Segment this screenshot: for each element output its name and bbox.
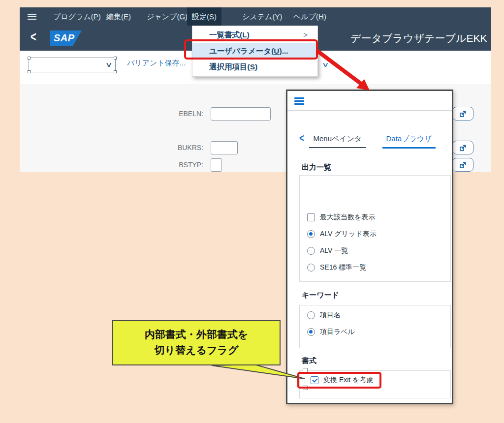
menubar-item-goto[interactable]: ジャンプ(G) [147,7,188,26]
menu-bar: プログラム(P) 編集(E) ジャンプ(G) 設定(S) システム(Y) ヘルプ… [20,7,491,26]
chevron-down-icon[interactable]: ∨ [105,60,112,68]
group-format: 変換 Exit を考慮 [299,370,451,398]
open-in-new-window-icon [459,161,467,169]
back-icon[interactable]: < [31,30,36,45]
radio-selected-icon [307,230,315,238]
chevron-down-icon[interactable]: ∨ [321,60,329,68]
focus-handle [28,70,31,73]
settings-dropdown-menu: 一覧書式(L) > ユーザパラメータ(U)... 選択用項目(S) [192,26,318,77]
checkbox-consider-conversion-exit[interactable]: 変換 Exit を考慮 [311,376,450,385]
menubar-item-settings[interactable]: 設定(S) [187,7,221,26]
field-label-ebeln: EBELN: [161,107,203,121]
focus-handle [114,70,117,73]
submenu-arrow-icon: > [303,27,308,43]
partial-checkbox-icon [303,386,308,390]
tab-data-browser[interactable]: Dataブラウザ [382,134,436,149]
bukrs-field[interactable] [211,141,238,154]
menu-item-list-format[interactable]: 一覧書式(L) > [192,27,317,43]
callout-text-line1: 内部書式・外部書式を [113,327,280,342]
group-keyword: 項目名 項目ラベル [299,305,451,348]
section-title-keyword: キーワード [302,291,339,300]
open-in-new-window-icon [459,110,467,118]
multiple-selection-button[interactable] [452,107,473,121]
menubar-item-help[interactable]: ヘルプ(H) [293,7,326,26]
multiple-selection-button[interactable] [452,141,473,154]
multiple-selection-button[interactable] [452,158,473,172]
callout-text-line2: 切り替えるフラグ [113,342,280,358]
user-parameters-dialog: < Menuペインタ Dataブラウザ 出力一覧 最大該当数を表示 ALV グリ… [286,90,453,404]
checkbox-checked-icon [311,376,318,384]
radio-icon [307,264,315,272]
ebeln-field[interactable] [211,107,271,121]
page-title: データブラウザテーブルEKK [350,26,487,51]
save-variant-link[interactable]: バリアント保存... [127,59,186,68]
menubar-item-edit[interactable]: 編集(E) [106,7,131,26]
radio-field-label[interactable]: 項目ラベル [307,328,450,336]
radio-field-name[interactable]: 項目名 [307,311,450,320]
open-in-new-window-icon [459,144,467,151]
dialog-header [287,91,452,111]
hamburger-menu-icon[interactable] [294,97,304,105]
radio-se16-standard-list[interactable]: SE16 標準一覧 [307,263,450,272]
variant-combobox[interactable]: ∨ [29,58,116,72]
section-title-output-list: 出力一覧 [302,163,331,172]
hamburger-menu-icon[interactable] [28,14,36,20]
sap-logo: SAP [50,30,82,46]
radio-selected-icon [307,328,315,336]
section-title-format: 書式 [302,356,316,365]
tab-menu-painter[interactable]: Menuペインタ [309,134,366,148]
radio-icon [307,311,315,319]
field-label-bstyp: BSTYP: [161,158,203,172]
field-label-bukrs: BUKRS: [161,141,203,154]
radio-alv-grid-display[interactable]: ALV グリッド表示 [307,230,450,239]
focus-handle [28,57,31,60]
back-icon[interactable]: < [299,132,304,145]
group-output-list: 最大該当数を表示 ALV グリッド表示 ALV 一覧 SE16 標準一覧 [299,175,451,282]
menu-item-user-parameters[interactable]: ユーザパラメータ(U)... [192,43,317,59]
annotated-screenshot-page: プログラム(P) 編集(E) ジャンプ(G) 設定(S) システム(Y) ヘルプ… [0,0,504,423]
menubar-item-system[interactable]: システム(Y) [242,7,282,26]
bstyp-field[interactable] [211,158,222,172]
menubar-item-program[interactable]: プログラム(P) [53,7,101,26]
callout-bubble: 内部書式・外部書式を 切り替えるフラグ [112,320,281,365]
radio-alv-list[interactable]: ALV 一覧 [307,246,450,255]
menu-item-fields-for-selection[interactable]: 選択用項目(S) [192,59,317,75]
focus-handle [114,57,117,60]
checkbox-show-max-hits[interactable]: 最大該当数を表示 [307,213,450,222]
radio-icon [307,247,315,255]
partial-checkbox-icon [303,368,308,372]
checkbox-icon [307,213,315,221]
